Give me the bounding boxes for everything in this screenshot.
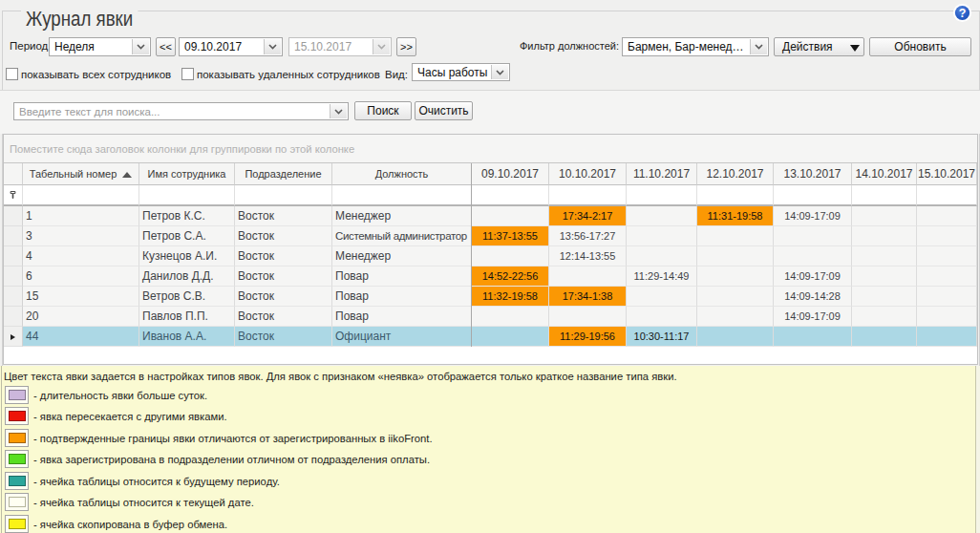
svg-text:?: ? [959,7,967,20]
